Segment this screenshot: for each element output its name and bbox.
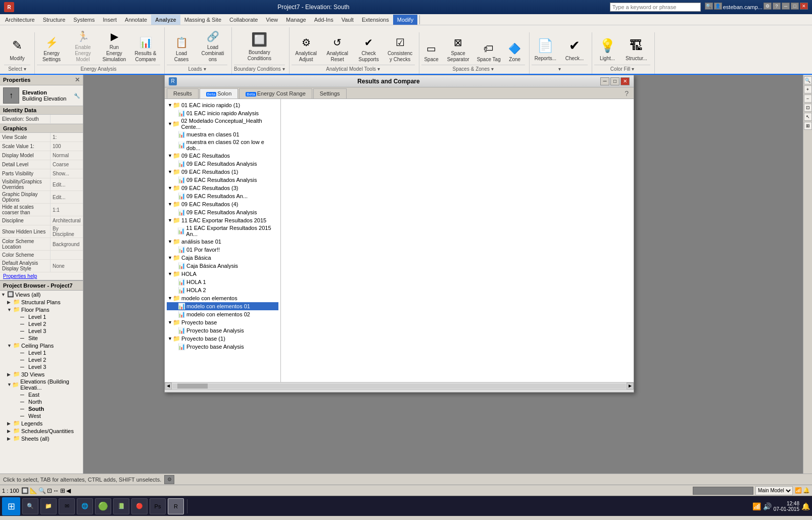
bt-icon1[interactable]: 🔲 [21, 487, 29, 494]
dt-01-eac[interactable]: ▼ 📁 01 EAC inicio rapido (1) [167, 101, 278, 109]
search-button[interactable]: 🔍 [705, 3, 713, 10]
e-11[interactable]: ▼ [168, 218, 173, 223]
tree-elev-north[interactable]: ─ North [0, 398, 83, 405]
ribbon-btn-boundary[interactable]: 🔲 Boundary Conditions [241, 27, 277, 64]
ribbon-btn-load-cases[interactable]: 📋 Load Cases [167, 33, 196, 64]
prop-val-display[interactable]: Normal [51, 151, 83, 160]
expand-ceiling[interactable]: ▼ [7, 343, 13, 348]
dialog-tab-results[interactable]: Results [167, 88, 199, 99]
ribbon-btn-energy-settings[interactable]: ⚡ Energy Settings [37, 33, 66, 64]
expand-sheets[interactable]: ▶ [7, 436, 13, 441]
dt-muestra1[interactable]: 📊 muestra en clases 01 [167, 130, 278, 138]
ribbon-btn-load-combos[interactable]: 🔗 Load Combinations [198, 27, 227, 64]
ribbon-btn-modify[interactable]: ✎ Modify [4, 33, 30, 64]
menu-addins[interactable]: Add-Ins [310, 15, 338, 25]
tree-cp-level3[interactable]: ─ Level 3 [0, 363, 83, 370]
e-pb1[interactable]: ▼ [168, 336, 173, 341]
help-btn[interactable]: ? [773, 3, 781, 10]
bt-icon7[interactable]: ◀ [66, 487, 71, 494]
tree-fp-level3[interactable]: ─ Level 3 [0, 327, 83, 335]
dt-caja-basica[interactable]: ▼ 📁 Caja Básica [167, 254, 278, 262]
properties-close[interactable]: ✕ [75, 76, 80, 83]
dt-09-resultados[interactable]: ▼ 📁 09 EAC Resultados [167, 152, 278, 160]
menu-structure[interactable]: Structure [39, 15, 70, 25]
ribbon-btn-zone[interactable]: 🔷 Zone [505, 39, 525, 64]
menu-view[interactable]: View [262, 15, 282, 25]
menu-systems[interactable]: Systems [69, 15, 99, 25]
menu-annotate[interactable]: Annotate [121, 15, 151, 25]
e-hola[interactable]: ▼ [168, 271, 173, 276]
dt-muestra2[interactable]: 📊 muestra en clases 02 con low e dob... [167, 138, 278, 152]
user-icon[interactable]: 👤 [714, 3, 722, 10]
properties-help-link[interactable]: Properties help [0, 272, 83, 280]
minimize-btn[interactable]: ─ [782, 3, 790, 10]
dt-hola1[interactable]: 📊 HOLA 1 [167, 278, 278, 286]
dt-modelo-02[interactable]: 📊 modelo con elementos 02 [167, 310, 278, 318]
tree-structural-plans[interactable]: ▶ 📁 Structural Plans [0, 298, 83, 306]
dt-modelo-01[interactable]: 📊 modelo con elementos 01 [167, 302, 278, 310]
expand-structural[interactable]: ▶ [7, 300, 13, 305]
ribbon-btn-reports[interactable]: 📄 Reports... [532, 33, 559, 64]
menu-collaborate[interactable]: Collaborate [225, 15, 262, 25]
rs-btn3[interactable]: − [804, 94, 812, 103]
ribbon-btn-structur[interactable]: 🏗 Structur... [623, 33, 650, 64]
dt-hola2[interactable]: 📊 HOLA 2 [167, 286, 278, 294]
dialog-tab-solon[interactable]: BetaSolon [200, 88, 238, 99]
bs-icon1[interactable]: 📶 [795, 487, 802, 494]
dt-modelo[interactable]: ▼ 📁 modelo con elementos [167, 294, 278, 302]
tree-elev-west[interactable]: ─ West [0, 412, 83, 419]
dialog-help-icon[interactable]: ? [622, 88, 632, 99]
prop-val-csl[interactable]: Background [51, 238, 83, 250]
taskbar-explorer[interactable]: 📁 [40, 498, 57, 514]
dt-094-analysis[interactable]: 📊 09 EAC Resultados Analysis [167, 208, 278, 216]
tree-3d-views[interactable]: ▶ 📁 3D Views [0, 370, 83, 378]
tree-elev-south[interactable]: ─ South [0, 405, 83, 412]
e-093[interactable]: ▼ [168, 185, 173, 191]
tree-fp-level2[interactable]: ─ Level 2 [0, 320, 83, 327]
bt-icon6[interactable]: ⊞ [60, 487, 65, 494]
e-mod[interactable]: ▼ [168, 296, 173, 301]
tree-ceiling-plans[interactable]: ▼ 📁 Ceiling Plans [0, 342, 83, 349]
tree-cp-level1[interactable]: ─ Level 1 [0, 349, 83, 356]
taskbar-chrome[interactable]: 🟢 [95, 498, 111, 514]
dt-09-1[interactable]: ▼ 📁 09 EAC Resultados (1) [167, 168, 278, 176]
taskbar-search[interactable]: 🔍 [22, 498, 38, 514]
dt-093-analysis[interactable]: 📊 09 EAC Resultados An... [167, 192, 278, 200]
e-02[interactable]: ▼ [168, 121, 172, 126]
dialog-scrollbar[interactable]: ◀ ▶ [165, 382, 634, 389]
dt-09-3[interactable]: ▼ 📁 09 EAC Resultados (3) [167, 184, 278, 192]
prop-val-vg[interactable]: Edit... [51, 178, 83, 191]
ribbon-btn-consistency[interactable]: ☑ Consistency Checks [386, 33, 415, 64]
dt-091-analysis[interactable]: 📊 09 EAC Resultados Analysis [167, 176, 278, 184]
taskbar-red-app[interactable]: 🔴 [131, 498, 148, 514]
menu-architecture[interactable]: Architecture [1, 15, 39, 25]
expand-3d[interactable]: ▶ [7, 372, 13, 377]
rs-btn1[interactable]: 🔍 [804, 76, 812, 84]
dt-02-eac[interactable]: ▼ 📁 02 Modelado Conceptual_Health Cente.… [167, 117, 278, 130]
dt-caja-analysis[interactable]: 📊 Caja Básica Analysis [167, 262, 278, 270]
dt-11-analysis[interactable]: 📊 11 EAC Exportar Resultados 2015 An... [167, 224, 278, 238]
ribbon-btn-analytical-reset[interactable]: ↺ Analytical Reset [323, 33, 352, 64]
dialog-close-btn[interactable]: ✕ [620, 77, 630, 85]
expand-views[interactable]: ▼ [1, 292, 7, 297]
menu-vault[interactable]: Vault [338, 15, 358, 25]
scroll-thumb[interactable] [177, 384, 208, 389]
taskbar-revit[interactable]: R [168, 498, 184, 514]
tree-floor-plans[interactable]: ▼ 📁 Floor Plans [0, 306, 83, 313]
dialog-minimize-btn[interactable]: ─ [600, 77, 609, 85]
expand-elevations[interactable]: ▼ [7, 382, 12, 387]
e-01[interactable]: ▼ [168, 103, 173, 108]
maximize-btn[interactable]: □ [791, 3, 799, 10]
dt-11-eac[interactable]: ▼ 📁 11 EAC Exportar Resultados 2015 [167, 216, 278, 224]
prop-val-gd[interactable]: Edit... [51, 191, 83, 203]
rs-btn4[interactable]: ⊡ [804, 104, 812, 112]
taskbar-sound-icon[interactable]: 🔊 [763, 502, 772, 510]
prop-val-hl[interactable]: By Discipline [51, 225, 83, 238]
expand-floor[interactable]: ▼ [7, 307, 13, 312]
expand-schedules[interactable]: ▶ [7, 429, 13, 434]
dt-01-analysis[interactable]: 📊 01 EAC inicio rapido Analysis [167, 109, 278, 117]
ribbon-btn-enable-energy[interactable]: 🏃 Enable Energy Model [68, 27, 98, 64]
tree-fp-level1[interactable]: ─ Level 1 [0, 313, 83, 320]
taskbar-green-app[interactable]: 📗 [113, 498, 129, 514]
taskbar-ie[interactable]: 🌐 [77, 498, 93, 514]
